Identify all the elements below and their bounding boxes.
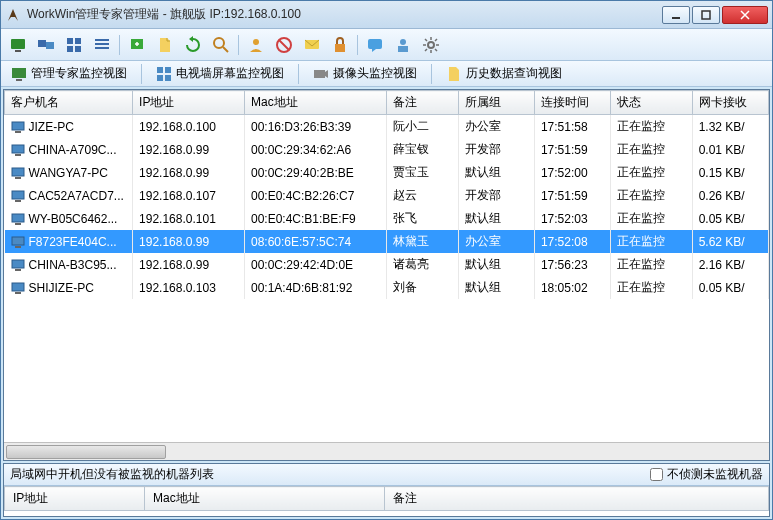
cell-group: 默认组 [458,253,534,276]
col-note[interactable]: 备注 [387,91,458,115]
table-row[interactable]: JIZE-PC192.168.0.10000:16:D3:26:B3:39阮小二… [5,115,769,139]
tool-dual-icon[interactable] [35,34,57,56]
view-tab-label: 摄像头监控视图 [333,65,417,82]
cell-ip: 192.168.0.107 [133,184,245,207]
view-tab-expert[interactable]: 管理专家监控视图 [7,63,131,84]
cell-net: 0.26 KB/ [692,184,768,207]
bottom-table[interactable]: IP地址 Mac地址 备注 [4,486,769,511]
tool-chat-icon[interactable] [364,34,386,56]
cell-group: 办公室 [458,115,534,139]
tool-refresh-icon[interactable] [182,34,204,56]
cell-mac: 08:60:6E:57:5C:74 [244,230,386,253]
table-row[interactable]: WANGYA7-PC192.168.0.9900:0C:29:40:2B:BE贾… [5,161,769,184]
tool-profile-icon[interactable] [392,34,414,56]
table-header-row: 客户机名 IP地址 Mac地址 备注 所属组 连接时间 状态 网卡接收 [5,91,769,115]
bcol-ip[interactable]: IP地址 [5,487,145,511]
view-tab-camera[interactable]: 摄像头监控视图 [309,63,421,84]
cell-note: 张飞 [387,207,458,230]
svg-rect-25 [165,67,171,73]
tool-remote-icon[interactable] [126,34,148,56]
table-row[interactable]: CHINA-B3C95...192.168.0.9900:0C:29:42:4D… [5,253,769,276]
view-tab-label: 管理专家监控视图 [31,65,127,82]
table-row[interactable]: SHIJIZE-PC192.168.0.10300:1A:4D:6B:81:92… [5,276,769,299]
toolbar-separator-3 [357,35,358,55]
document-icon [446,66,462,82]
bcol-mac[interactable]: Mac地址 [145,487,385,511]
cell-status: 正在监控 [611,184,692,207]
cell-mac: 00:0C:29:34:62:A6 [244,138,386,161]
svg-rect-4 [46,42,54,49]
cell-conn: 18:05:02 [534,276,610,299]
maximize-button[interactable] [692,6,720,24]
view-separator [141,64,142,84]
svg-rect-20 [398,46,408,52]
col-mac[interactable]: Mac地址 [244,91,386,115]
svg-point-13 [214,38,224,48]
table-row[interactable]: CAC52A7ACD7...192.168.0.10700:E0:4C:B2:2… [5,184,769,207]
tool-block-icon[interactable] [273,34,295,56]
col-net[interactable]: 网卡接收 [692,91,768,115]
svg-point-19 [400,39,406,45]
view-tab-tv[interactable]: 电视墙屏幕监控视图 [152,63,288,84]
minimize-button[interactable] [662,6,690,24]
tool-file-icon[interactable] [154,34,176,56]
col-conn[interactable]: 连接时间 [534,91,610,115]
tool-grid-icon[interactable] [63,34,85,56]
main-toolbar [1,29,772,61]
cell-ip: 192.168.0.99 [133,161,245,184]
view-separator-3 [431,64,432,84]
tool-list-icon[interactable] [91,34,113,56]
cell-ip: 192.168.0.101 [133,207,245,230]
cell-name: CHINA-A709C... [5,138,133,161]
svg-rect-3 [38,40,46,47]
close-button[interactable] [722,6,768,24]
cell-note: 刘备 [387,276,458,299]
tool-monitor-icon[interactable] [7,34,29,56]
table-row[interactable]: WY-B05C6462...192.168.0.10100:E0:4C:B1:B… [5,207,769,230]
col-group[interactable]: 所属组 [458,91,534,115]
cell-group: 开发部 [458,184,534,207]
cell-net: 1.32 KB/ [692,115,768,139]
svg-rect-1 [11,39,25,49]
tool-settings-icon[interactable] [420,34,442,56]
horizontal-scrollbar[interactable] [4,442,769,460]
titlebar: WorkWin管理专家管理端 - 旗舰版 IP:192.168.0.100 [1,1,772,29]
svg-rect-0 [702,11,710,19]
cell-status: 正在监控 [611,161,692,184]
view-tabs: 管理专家监控视图 电视墙屏幕监控视图 摄像头监控视图 历史数据查询视图 [1,61,772,87]
cell-name: CHINA-B3C95... [5,253,133,276]
col-name[interactable]: 客户机名 [5,91,133,115]
svg-rect-5 [67,38,73,44]
cell-ip: 192.168.0.99 [133,138,245,161]
tool-user-icon[interactable] [245,34,267,56]
cell-net: 0.15 KB/ [692,161,768,184]
detect-checkbox[interactable] [650,468,663,481]
cell-conn: 17:51:59 [534,138,610,161]
table-row[interactable]: F8723FE404C...192.168.0.9908:60:6E:57:5C… [5,230,769,253]
window-controls [662,6,768,24]
checkbox-text: 不侦测未监视机器 [667,466,763,483]
grid-icon [156,66,172,82]
svg-rect-8 [75,46,81,52]
svg-rect-9 [95,39,109,41]
col-status[interactable]: 状态 [611,91,692,115]
tool-find-icon[interactable] [210,34,232,56]
col-ip[interactable]: IP地址 [133,91,245,115]
tool-lock-icon[interactable] [329,34,351,56]
cell-ip: 192.168.0.99 [133,253,245,276]
cell-group: 默认组 [458,207,534,230]
detect-checkbox-label[interactable]: 不侦测未监视机器 [650,466,763,483]
view-tab-history[interactable]: 历史数据查询视图 [442,63,566,84]
cell-name: CAC52A7ACD7... [5,184,133,207]
tool-message-icon[interactable] [301,34,323,56]
client-table[interactable]: 客户机名 IP地址 Mac地址 备注 所属组 连接时间 状态 网卡接收 JIZE… [4,90,769,442]
cell-note: 林黛玉 [387,230,458,253]
cell-group: 默认组 [458,276,534,299]
svg-rect-2 [15,50,21,52]
svg-rect-38 [15,223,21,225]
svg-rect-37 [12,214,24,222]
table-row[interactable]: CHINA-A709C...192.168.0.9900:0C:29:34:62… [5,138,769,161]
bcol-note[interactable]: 备注 [385,487,769,511]
svg-rect-27 [165,75,171,81]
scrollbar-thumb[interactable] [6,445,166,459]
